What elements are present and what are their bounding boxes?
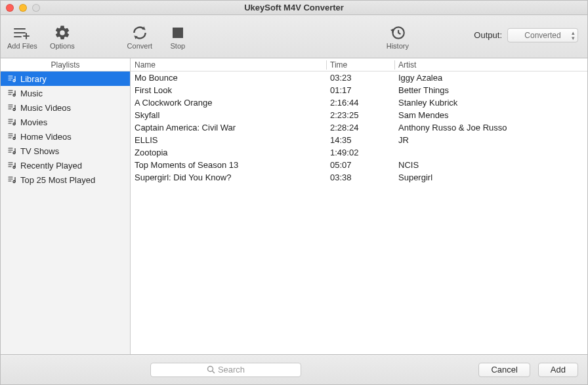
- cell-name: A Clockwork Orange: [131, 96, 326, 109]
- stop-button[interactable]: Stop: [165, 24, 191, 50]
- search-input[interactable]: Search: [150, 363, 301, 377]
- playlist-icon: [7, 161, 16, 170]
- table-row[interactable]: Zootopia1:49:02: [131, 146, 587, 159]
- cell-name: Supergirl: Did You Know?: [131, 171, 326, 184]
- output-label: Output:: [474, 30, 502, 40]
- playlist-icon: [7, 103, 16, 112]
- sidebar-item-label: Movies: [20, 117, 47, 127]
- window-title: UkeySoft M4V Converter: [1, 3, 587, 12]
- options-label: Options: [50, 42, 75, 50]
- toolbar: Add Files Options: [1, 15, 587, 58]
- gear-icon: [53, 24, 72, 42]
- sidebar: Playlists LibraryMusicMusic VideosMovies…: [1, 58, 131, 354]
- table-row[interactable]: A Clockwork Orange2:16:44Stanley Kubrick: [131, 96, 587, 109]
- cell-name: Skyfall: [131, 109, 326, 121]
- sidebar-item-label: Recently Played: [20, 161, 82, 171]
- table-header: Name Time Artist: [131, 58, 587, 71]
- col-name[interactable]: Name: [131, 58, 326, 71]
- sidebar-item[interactable]: TV Shows: [1, 144, 130, 158]
- sidebar-item[interactable]: Music Videos: [1, 100, 130, 115]
- cell-artist: Better Things: [394, 84, 587, 96]
- cell-name: Zootopia: [131, 146, 326, 159]
- cell-name: Top Moments of Season 13: [131, 159, 326, 171]
- cell-artist: Supergirl: [394, 171, 587, 184]
- svg-line-40: [212, 371, 215, 374]
- search-placeholder: Search: [218, 365, 245, 375]
- cell-time: 01:17: [326, 84, 394, 96]
- playlist-icon: [7, 146, 16, 155]
- titlebar: UkeySoft M4V Converter: [1, 1, 587, 15]
- svg-rect-5: [173, 28, 183, 38]
- search-icon: [207, 365, 215, 374]
- col-artist[interactable]: Artist: [394, 58, 587, 71]
- cell-name: ELLIS: [131, 134, 326, 146]
- stop-label: Stop: [171, 42, 186, 50]
- cell-artist: JR: [394, 134, 587, 146]
- convert-label: Convert: [127, 42, 153, 50]
- table-row[interactable]: First Look01:17Better Things: [131, 84, 587, 96]
- stop-icon: [169, 24, 187, 42]
- sidebar-item[interactable]: Movies: [1, 115, 130, 129]
- output-group: Output: Converted ▴▾: [474, 28, 578, 42]
- table-row[interactable]: ELLIS14:35JR: [131, 134, 587, 146]
- cell-time: 2:23:25: [326, 109, 394, 121]
- sidebar-item[interactable]: Music: [1, 86, 130, 100]
- playlist-icon: [7, 175, 16, 184]
- cell-name: First Look: [131, 84, 326, 96]
- footer: Search Cancel Add: [1, 354, 587, 384]
- cell-artist: Anthony Russo & Joe Russo: [394, 121, 587, 134]
- cell-time: 03:23: [326, 71, 394, 84]
- output-select-value: Converted: [524, 30, 560, 39]
- cell-time: 05:07: [326, 159, 394, 171]
- sidebar-item-label: TV Shows: [20, 146, 59, 156]
- playlist-icon: [7, 132, 16, 141]
- table-row[interactable]: Mo Bounce03:23Iggy Azalea: [131, 71, 587, 84]
- history-button[interactable]: History: [385, 24, 411, 50]
- sidebar-item-label: Library: [20, 74, 47, 84]
- cell-artist: Stanley Kubrick: [394, 96, 587, 109]
- table-row[interactable]: Top Moments of Season 1305:07NCIS: [131, 159, 587, 171]
- sidebar-item[interactable]: Library: [1, 71, 130, 86]
- sidebar-item-label: Music: [20, 89, 43, 98]
- output-select[interactable]: Converted ▴▾: [507, 28, 578, 42]
- playlist-icon: [7, 117, 16, 127]
- cell-artist: Sam Mendes: [394, 109, 587, 121]
- playlist-icon: [7, 89, 16, 98]
- sidebar-item-label: Top 25 Most Played: [20, 175, 95, 185]
- history-label: History: [387, 42, 409, 50]
- col-time[interactable]: Time: [326, 58, 394, 71]
- add-button[interactable]: Add: [538, 363, 578, 377]
- add-files-label: Add Files: [7, 42, 37, 50]
- sidebar-item-label: Home Videos: [20, 132, 72, 142]
- cell-name: Captain America: Civil War: [131, 121, 326, 134]
- convert-icon: [131, 24, 149, 42]
- content: Name Time Artist Mo Bounce03:23Iggy Azal…: [131, 58, 587, 354]
- cell-time: 03:38: [326, 171, 394, 184]
- cell-time: 14:35: [326, 134, 394, 146]
- table-row[interactable]: Skyfall2:23:25Sam Mendes: [131, 109, 587, 121]
- cell-artist: NCIS: [394, 159, 587, 171]
- cell-name: Mo Bounce: [131, 71, 326, 84]
- table-row[interactable]: Supergirl: Did You Know?03:38Supergirl: [131, 171, 587, 184]
- convert-button[interactable]: Convert: [127, 24, 153, 50]
- sidebar-item[interactable]: Recently Played: [1, 158, 130, 172]
- sidebar-header: Playlists: [1, 58, 130, 71]
- cancel-button[interactable]: Cancel: [478, 363, 530, 377]
- sidebar-item[interactable]: Home Videos: [1, 129, 130, 144]
- cell-artist: Iggy Azalea: [394, 71, 587, 84]
- add-files-icon: [13, 24, 32, 42]
- history-icon: [388, 24, 407, 42]
- cell-time: 2:16:44: [326, 96, 394, 109]
- cell-time: 1:49:02: [326, 146, 394, 159]
- cell-time: 2:28:24: [326, 121, 394, 134]
- sidebar-item[interactable]: Top 25 Most Played: [1, 172, 130, 187]
- table-row[interactable]: Captain America: Civil War2:28:24Anthony…: [131, 121, 587, 134]
- chevrons-updown-icon: ▴▾: [572, 30, 575, 40]
- cell-artist: [394, 146, 587, 159]
- options-button[interactable]: Options: [49, 24, 75, 50]
- svg-point-39: [207, 367, 213, 372]
- sidebar-item-label: Music Videos: [20, 103, 71, 113]
- playlist-icon: [7, 74, 16, 83]
- add-files-button[interactable]: Add Files: [7, 24, 37, 50]
